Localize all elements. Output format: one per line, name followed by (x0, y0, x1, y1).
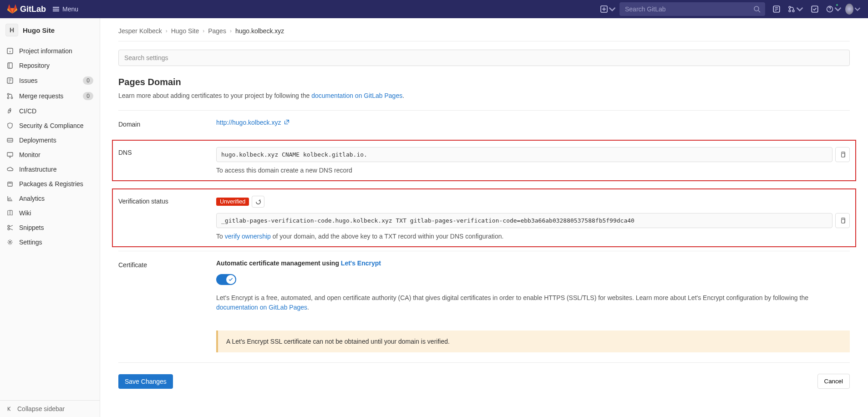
menu-label: Menu (62, 5, 78, 13)
cert-docs-link[interactable]: documentation on GitLab Pages (216, 304, 307, 311)
project-name: Hugo Site (23, 26, 55, 34)
sidebar-item-deployments[interactable]: Deployments (0, 133, 100, 147)
copy-dns-button[interactable] (835, 147, 850, 162)
page-title: Pages Domain (118, 77, 850, 87)
docs-link[interactable]: documentation on GitLab Pages (311, 92, 402, 99)
hamburger-icon (52, 5, 60, 13)
svg-rect-15 (7, 153, 13, 156)
merge-icon (788, 5, 795, 13)
sidebar: H Hugo Site Project information Reposito… (0, 18, 100, 417)
certificate-row: Certificate Automatic certificate manage… (118, 251, 850, 320)
sidebar-item-cicd[interactable]: CI/CD (0, 104, 100, 118)
project-header[interactable]: H Hugo Site (0, 18, 100, 42)
project-avatar: H (5, 24, 18, 36)
svg-point-1 (754, 6, 759, 11)
verification-hint: To verify ownership of your domain, add … (216, 233, 850, 240)
notification-dot (835, 3, 839, 7)
search-settings-input[interactable] (118, 50, 850, 66)
create-button[interactable] (600, 1, 616, 17)
certificate-label: Certificate (118, 259, 216, 312)
lets-encrypt-toggle[interactable] (216, 274, 236, 285)
cancel-button[interactable]: Cancel (817, 374, 850, 389)
topbar: GitLab Menu (0, 0, 868, 18)
retry-verification-button[interactable] (252, 196, 264, 208)
collapse-icon (6, 406, 13, 412)
breadcrumb-section[interactable]: Pages (208, 27, 226, 35)
toggle-knob (226, 275, 235, 284)
svg-point-17 (8, 228, 10, 230)
brand-text: GitLab (20, 5, 46, 14)
dns-record-value[interactable]: hugo.kolbeck.xyz CNAME kolbeck.gitlab.io… (216, 147, 832, 162)
info-icon (6, 47, 14, 55)
plus-square-icon (600, 5, 608, 13)
book-icon (6, 209, 14, 217)
sidebar-item-snippets[interactable]: Snippets (0, 220, 100, 235)
help-button[interactable] (826, 1, 842, 17)
svg-point-19 (9, 241, 11, 243)
chevron-down-icon (796, 5, 803, 13)
verification-label: Verification status (118, 196, 216, 240)
merge-requests-shortcut[interactable] (788, 1, 803, 17)
menu-button[interactable]: Menu (52, 5, 78, 13)
sidebar-item-settings[interactable]: Settings (0, 235, 100, 249)
dns-row: DNS hugo.kolbeck.xyz CNAME kolbeck.gitla… (112, 140, 856, 181)
copy-verification-button[interactable] (835, 213, 850, 228)
collapse-sidebar[interactable]: Collapse sidebar (0, 400, 100, 417)
sidebar-item-security[interactable]: Security & Compliance (0, 118, 100, 133)
svg-point-5 (792, 10, 794, 12)
chevron-right-icon: › (230, 28, 232, 34)
main-content: Jesper Kolbeck › Hugo Site › Pages › hug… (100, 18, 868, 417)
certificate-description: Let's Encrypt is a free, automated, and … (216, 293, 850, 312)
svg-point-13 (11, 97, 13, 99)
cloud-icon (6, 166, 14, 173)
gitlab-icon (7, 4, 17, 14)
user-menu[interactable] (845, 1, 861, 17)
sidebar-item-analytics[interactable]: Analytics (0, 191, 100, 206)
sidebar-item-project-information[interactable]: Project information (0, 44, 100, 58)
svg-point-12 (7, 97, 9, 99)
breadcrumb: Jesper Kolbeck › Hugo Site › Pages › hug… (118, 25, 850, 41)
certificate-heading: Automatic certificate management using L… (216, 259, 850, 267)
copy-icon (839, 217, 846, 224)
breadcrumb-user[interactable]: Jesper Kolbeck (118, 27, 162, 35)
mr-count: 0 (83, 92, 93, 100)
verify-ownership-link[interactable]: verify ownership (225, 233, 271, 240)
sidebar-item-wiki[interactable]: Wiki (0, 206, 100, 220)
sidebar-item-merge-requests[interactable]: Merge requests0 (0, 88, 100, 104)
svg-rect-9 (8, 63, 12, 68)
sidebar-item-issues[interactable]: Issues0 (0, 73, 100, 88)
gear-icon (6, 239, 14, 246)
check-icon (228, 277, 233, 282)
search-input[interactable] (619, 2, 765, 16)
dns-label: DNS (118, 147, 216, 174)
external-link-icon (284, 119, 290, 125)
verification-record-value[interactable]: _gitlab-pages-verification-code.hugo.kol… (216, 213, 832, 228)
svg-point-3 (789, 6, 791, 8)
monitor-icon (6, 151, 14, 158)
sidebar-item-infrastructure[interactable]: Infrastructure (0, 162, 100, 177)
sidebar-item-repository[interactable]: Repository (0, 58, 100, 73)
sidebar-item-packages[interactable]: Packages & Registries (0, 177, 100, 191)
issues-count: 0 (83, 76, 93, 85)
issues-shortcut[interactable] (769, 1, 784, 17)
warning-text: A Let's Encrypt SSL certificate can not … (226, 338, 450, 345)
merge-icon (6, 92, 14, 100)
lets-encrypt-link[interactable]: Let's Encrypt (341, 259, 381, 267)
package-icon (6, 180, 14, 188)
brand-logo[interactable]: GitLab (7, 4, 46, 14)
svg-point-11 (7, 93, 9, 95)
todos-shortcut[interactable] (807, 1, 822, 17)
chevron-right-icon: › (203, 28, 204, 34)
avatar (845, 4, 853, 15)
domain-url-link[interactable]: http://hugo.kolbeck.xyz (216, 119, 290, 126)
deploy-icon (6, 137, 14, 144)
breadcrumb-project[interactable]: Hugo Site (171, 27, 199, 35)
svg-point-4 (789, 10, 791, 12)
help-icon (826, 5, 833, 13)
rocket-icon (6, 107, 14, 115)
sidebar-item-monitor[interactable]: Monitor (0, 147, 100, 162)
search-icon (753, 5, 761, 13)
page-description: Learn more about adding certificates to … (118, 92, 850, 99)
save-button[interactable]: Save Changes (118, 374, 173, 389)
todo-icon (811, 5, 819, 13)
